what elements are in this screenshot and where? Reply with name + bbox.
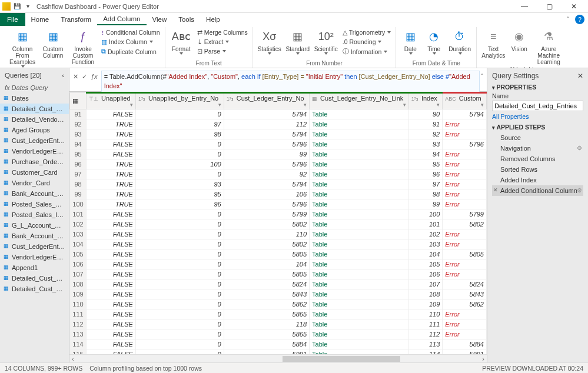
column-header[interactable]: ⊤⊥ Unapplied▾ [87, 93, 136, 109]
column-from-examples-button[interactable]: ▦Column From Examples [7, 28, 38, 69]
text-analytics-button[interactable]: ≡Text Analytics [480, 28, 506, 60]
table-row[interactable]: 106FALSE0104Table105Error [70, 259, 487, 269]
applied-step[interactable]: Removed Columns [492, 154, 583, 164]
fx-query[interactable]: fx Dates Query [0, 82, 69, 93]
query-item[interactable]: Cust_LedgerEntries [0, 135, 69, 146]
table-row[interactable]: 107FALSE05805Table106Error [70, 269, 487, 279]
table-row[interactable]: 103FALSE0110Table102Error [70, 229, 487, 239]
save-icon[interactable]: 💾 [13, 2, 21, 11]
minimize-button[interactable]: — [513, 1, 536, 12]
query-item[interactable]: Posted_Sales_Credit_Me… [0, 199, 69, 209]
table-row[interactable]: 108FALSE05824Table1075824 [70, 279, 487, 289]
collapse-ribbon-icon[interactable]: ˆ [563, 15, 573, 24]
standard-button[interactable]: ▦Standard [285, 28, 311, 56]
close-button[interactable]: ✕ [562, 1, 586, 12]
data-grid[interactable]: ▦⊤⊥ Unapplied▾1²₃ Unapplied_by_Entry_No▾… [69, 92, 487, 354]
query-item[interactable]: Dates [0, 93, 69, 104]
table-row[interactable]: 102FALSE05802Table1015802 [70, 219, 487, 229]
query-item[interactable]: Cust_LedgerEntries (2) [0, 241, 69, 252]
query-item[interactable]: Detailed_Cust_Ledg_Entr… [0, 104, 69, 114]
custom-column-button[interactable]: ▦Custom Column [40, 28, 66, 60]
close-settings-icon[interactable]: ✕ [577, 72, 583, 80]
collapse-queries-icon[interactable]: ‹ [62, 72, 64, 79]
query-item[interactable]: Posted_Sales_InvoiceSale… [0, 209, 69, 220]
maximize-button[interactable]: ▢ [537, 1, 561, 12]
date-button[interactable]: ▦Date [400, 28, 421, 56]
parse-button[interactable]: ⊡Parse [196, 47, 249, 55]
column-header[interactable]: 1²₃ Cust_Ledger_Entry_No▾ [224, 93, 309, 109]
horizontal-scrollbar[interactable]: ‹› [69, 354, 487, 362]
statistics-button[interactable]: ΧσStatistics [257, 28, 283, 56]
table-row[interactable]: 101FALSE05799Table1005799 [70, 209, 487, 219]
accept-formula-icon[interactable]: ✓ [82, 73, 87, 81]
cancel-formula-icon[interactable]: ✕ [73, 73, 78, 81]
query-item[interactable]: G_L_Account_Card [0, 220, 69, 231]
vision-button[interactable]: ◉Vision [509, 28, 530, 54]
table-row[interactable]: 100TRUE965796Table99Error [70, 199, 487, 209]
column-header[interactable]: 1²₃ Unapplied_by_Entry_No▾ [135, 93, 224, 109]
column-header[interactable]: ABC Custom▾ [443, 93, 487, 109]
merge-columns-button[interactable]: ⇄Merge Columns [196, 28, 249, 36]
properties-section[interactable]: PROPERTIES [492, 84, 583, 91]
query-item[interactable]: Vendor_Card [0, 178, 69, 188]
tab-help[interactable]: Help [200, 14, 226, 25]
extract-button[interactable]: ⤓Extract [196, 38, 249, 46]
all-properties-link[interactable]: All Properties [492, 113, 583, 120]
information-button[interactable]: ⓘInformation [341, 47, 392, 56]
applied-step[interactable]: Navigation⚙ [492, 143, 583, 154]
help-icon[interactable]: ? [575, 15, 584, 24]
query-item[interactable]: Detailed_Cust_Ledg_Entr… [0, 284, 69, 294]
applied-steps-section[interactable]: APPLIED STEPS [492, 124, 583, 131]
table-row[interactable]: 96TRUE1005796Table95Error [70, 159, 487, 169]
azure-ml-button[interactable]: ⚗Azure Machine Learning [532, 28, 565, 66]
fx-icon[interactable]: ƒx [91, 73, 98, 81]
table-row[interactable]: 115FALSE05991Table1145991 [70, 349, 487, 355]
table-row[interactable]: 111FALSE05865Table110Error [70, 309, 487, 319]
table-row[interactable]: 112FALSE0118Table111Error [70, 319, 487, 329]
query-name-input[interactable] [492, 101, 583, 111]
column-header[interactable]: ▦ Cust_Ledger_Entry_No_Link▾ [310, 93, 409, 109]
expand-formula-icon[interactable]: ˆ [481, 73, 483, 80]
applied-step[interactable]: Sorted Rows [492, 164, 583, 175]
duplicate-column-button[interactable]: ⧉Duplicate Column [100, 47, 161, 56]
tab-file[interactable]: File [0, 13, 25, 26]
query-item[interactable]: Bank_Account_Ledger_E… [0, 188, 69, 199]
query-item[interactable]: Bank_Account_Ledger_E… [0, 231, 69, 241]
tab-transform[interactable]: Transform [55, 14, 97, 25]
qat-dropdown-icon[interactable]: ▾ [24, 2, 32, 11]
tab-add-column[interactable]: Add Column [97, 14, 146, 25]
scientific-button[interactable]: 10²Scientific [313, 28, 339, 56]
query-item[interactable]: Customer_Card [0, 167, 69, 178]
tab-tools[interactable]: Tools [172, 14, 200, 25]
query-item[interactable]: VendorLedgerEntries [0, 146, 69, 156]
column-header[interactable]: 1²₃ Index▾ [408, 93, 442, 109]
applied-step[interactable]: Added Conditional Column⚙ [492, 185, 583, 196]
table-row[interactable]: 92TRUE97112Table91Error [70, 119, 487, 129]
table-row[interactable]: 91FALSE05794Table905794 [70, 109, 487, 119]
query-item[interactable]: Detailed_Cust_Ledg_Entr… [0, 273, 69, 284]
rounding-button[interactable]: .0Rounding [341, 38, 392, 46]
query-item[interactable]: VendorLedgerEntries (2) [0, 252, 69, 262]
table-row[interactable]: 95FALSE099Table94Error [70, 149, 487, 159]
invoke-function-button[interactable]: ƒInvoke Custom Function [68, 28, 98, 66]
trigonometry-button[interactable]: △Trigonometry [341, 28, 392, 36]
table-row[interactable]: 113FALSE05865Table112Error [70, 329, 487, 339]
conditional-column-button[interactable]: ⫶Conditional Column [100, 28, 161, 36]
query-item[interactable]: Aged Groups [0, 125, 69, 135]
table-row[interactable]: 93TRUE985794Table92Error [70, 129, 487, 139]
table-row[interactable]: 99TRUE95106Table98Error [70, 189, 487, 199]
applied-step[interactable]: Source [492, 132, 583, 143]
table-row[interactable]: 105FALSE05805Table1045805 [70, 249, 487, 259]
table-row[interactable]: 94FALSE05796Table935796 [70, 139, 487, 149]
tab-view[interactable]: View [147, 14, 173, 25]
table-row[interactable]: 97TRUE092Table96Error [70, 169, 487, 179]
query-item[interactable]: Append1 [0, 262, 69, 273]
gear-icon[interactable]: ⚙ [577, 145, 582, 151]
applied-step[interactable]: Added Index [492, 175, 583, 185]
gear-icon[interactable]: ⚙ [577, 187, 582, 194]
query-item[interactable]: Detailed_Vendor_Ledg_E… [0, 114, 69, 125]
table-row[interactable]: 114FALSE05884Table1135884 [70, 339, 487, 349]
index-column-button[interactable]: ▥Index Column [100, 38, 161, 46]
duration-button[interactable]: ⏱Duration [447, 28, 473, 56]
tab-home[interactable]: Home [25, 14, 55, 25]
